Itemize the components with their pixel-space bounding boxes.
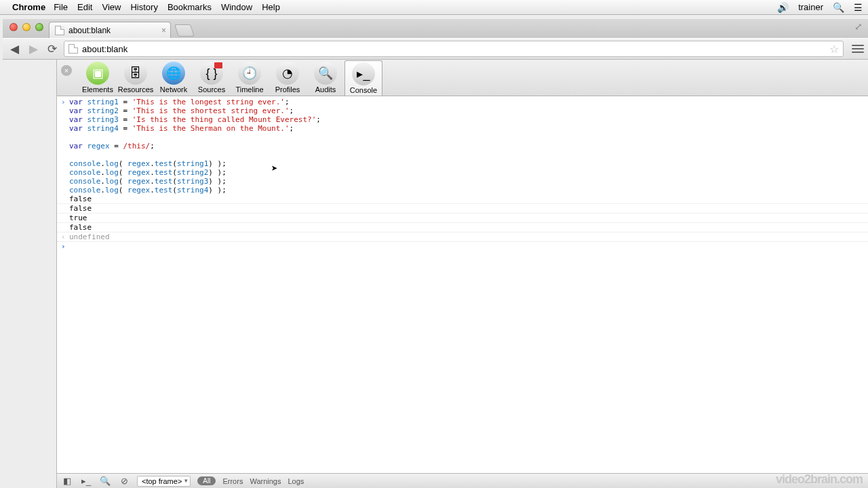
reload-button[interactable]: ⟳ <box>45 41 60 56</box>
mac-menubar: Chrome File Edit View History Bookmarks … <box>0 0 868 15</box>
zoom-window-button[interactable] <box>35 23 43 31</box>
menu-help[interactable]: Help <box>262 2 280 12</box>
new-tab-button[interactable] <box>174 24 195 37</box>
timeline-icon: 🕘 <box>238 62 261 85</box>
chrome-menu-button[interactable] <box>852 45 864 53</box>
console-input-line <box>57 150 868 159</box>
notification-center-icon[interactable]: ☰ <box>854 2 863 13</box>
profiles-icon: ◔ <box>276 62 299 85</box>
menu-file[interactable]: File <box>54 2 68 12</box>
tab-strip: about:blank × ⤢ <box>3 19 868 38</box>
console-input-line: var string3 = 'Is this the thing called … <box>57 115 868 124</box>
volume-icon[interactable]: 🔊 <box>777 2 789 13</box>
console-input-line: var regex = /this/; <box>57 142 868 150</box>
console-input-line: console.log( regex.test(string1) ); <box>57 159 868 168</box>
frame-selector[interactable]: <top frame> <box>137 476 191 487</box>
tab-profiles[interactable]: ◔Profiles <box>269 60 307 96</box>
close-window-button[interactable] <box>9 23 18 31</box>
page-icon <box>68 44 78 54</box>
menu-view[interactable]: View <box>102 2 121 12</box>
show-console-button[interactable]: ▸_ <box>80 476 92 487</box>
bookmark-star-icon[interactable]: ☆ <box>829 43 839 56</box>
chrome-window: about:blank × ⤢ ◀ ▶ ⟳ about:blank ☆ × ▣E… <box>3 19 868 488</box>
menu-edit[interactable]: Edit <box>77 2 92 12</box>
console-input-line <box>57 133 868 142</box>
spotlight-icon[interactable]: 🔍 <box>833 2 844 13</box>
minimize-window-button[interactable] <box>22 23 31 31</box>
dock-side-button[interactable]: ◧ <box>61 476 73 487</box>
console-input-line: console.log( regex.test(string3) ); <box>57 177 868 186</box>
back-button[interactable]: ◀ <box>7 41 22 56</box>
forward-button[interactable]: ▶ <box>26 41 41 56</box>
filter-errors[interactable]: Errors <box>222 477 243 485</box>
browser-tab[interactable]: about:blank × <box>49 22 171 38</box>
tab-title: about:blank <box>68 26 111 35</box>
console-log-line: false <box>57 195 868 204</box>
tab-timeline[interactable]: 🕘Timeline <box>231 60 269 96</box>
devtools-panel: × ▣Elements 🗄Resources 🌐Network { }Sourc… <box>57 60 868 488</box>
console-input-line: var string2 = 'This is the shortest stri… <box>57 106 868 115</box>
page-body <box>3 60 57 488</box>
tab-console[interactable]: ▸_Console <box>344 60 382 96</box>
console-log-line: false <box>57 223 868 232</box>
filter-logs[interactable]: Logs <box>288 477 304 485</box>
network-icon: 🌐 <box>162 62 185 85</box>
content-area: × ▣Elements 🗄Resources 🌐Network { }Sourc… <box>3 60 868 488</box>
console-input-line: console.log( regex.test(string2) ); <box>57 168 868 177</box>
console-return-line: undefined <box>57 232 868 242</box>
clear-console-button[interactable]: ⊘ <box>118 476 130 487</box>
fullscreen-icon[interactable]: ⤢ <box>854 21 863 32</box>
search-button[interactable]: 🔍 <box>99 476 111 487</box>
devtools-statusbar: ◧ ▸_ 🔍 ⊘ <top frame> All Errors Warnings… <box>57 473 868 488</box>
tab-close-icon[interactable]: × <box>161 26 166 35</box>
console-icon: ▸_ <box>352 62 375 85</box>
tab-elements[interactable]: ▣Elements <box>79 60 117 96</box>
app-name[interactable]: Chrome <box>12 2 45 12</box>
tab-network[interactable]: 🌐Network <box>155 60 193 96</box>
resources-icon: 🗄 <box>124 62 147 85</box>
console-input-line: var string1 = 'This is the longest strin… <box>57 98 868 106</box>
audits-icon: 🔍 <box>314 62 337 85</box>
console-output[interactable]: var string1 = 'This is the longest strin… <box>57 96 868 473</box>
menu-bookmarks[interactable]: Bookmarks <box>167 2 212 12</box>
favicon-icon <box>55 26 64 35</box>
filter-all[interactable]: All <box>197 476 216 485</box>
console-input-line: console.log( regex.test(string4) ); <box>57 186 868 195</box>
console-log-line: false <box>57 204 868 214</box>
watermark: video2brain.com <box>776 472 863 487</box>
elements-icon: ▣ <box>86 62 109 85</box>
console-prompt[interactable] <box>57 242 868 251</box>
tab-resources[interactable]: 🗄Resources <box>117 60 155 96</box>
menu-window[interactable]: Window <box>221 2 252 12</box>
filter-warnings[interactable]: Warnings <box>250 477 281 485</box>
devtools-tabs: ▣Elements 🗄Resources 🌐Network { }Sources… <box>79 60 382 96</box>
devtools-close-button[interactable]: × <box>61 65 72 76</box>
devtools-toolbar: × ▣Elements 🗄Resources 🌐Network { }Sourc… <box>57 60 868 96</box>
tab-sources[interactable]: { }Sources <box>193 60 231 96</box>
sources-icon: { } <box>200 62 223 85</box>
console-input-line: var string4 = 'This is the Sherman on th… <box>57 124 868 133</box>
user-name[interactable]: trainer <box>798 2 823 12</box>
traffic-lights <box>5 19 49 38</box>
menu-history[interactable]: History <box>130 2 157 12</box>
nav-toolbar: ◀ ▶ ⟳ about:blank ☆ <box>3 38 868 60</box>
tab-audits[interactable]: 🔍Audits <box>307 60 344 96</box>
console-log-line: true <box>57 214 868 223</box>
url-text: about:blank <box>82 44 127 54</box>
omnibox[interactable]: about:blank ☆ <box>64 41 844 57</box>
